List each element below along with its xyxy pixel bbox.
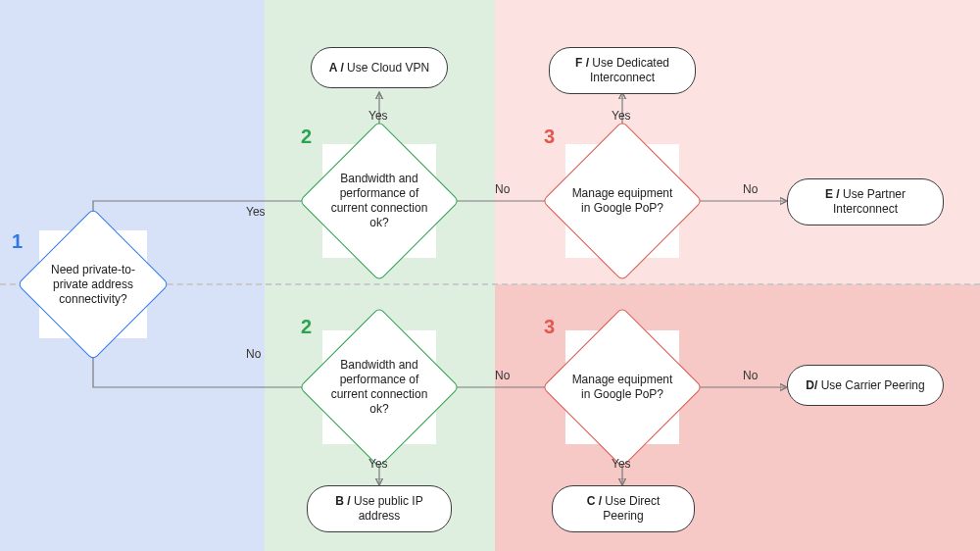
- result-a-cloud-vpn: A / Use Cloud VPN: [311, 47, 448, 88]
- edge-d1-no: No: [246, 347, 261, 361]
- result-a-tag: A /: [329, 61, 347, 75]
- decision-private-connectivity: Need private-to-private address connecti…: [39, 230, 147, 338]
- result-e-tag: E /: [825, 187, 843, 201]
- result-e-partner-interconnect: E / Use Partner Interconnect: [787, 178, 944, 225]
- decision-bandwidth-bottom-label: Bandwidth and performance of current con…: [322, 354, 436, 421]
- edge-d3a-no: No: [743, 182, 758, 196]
- result-f-dedicated-interconnect: F / Use Dedicated Interconnect: [549, 47, 696, 94]
- result-c-direct-peering: C / Use Direct Peering: [552, 485, 695, 532]
- step-badge-2a: 2: [301, 125, 312, 148]
- edge-d1-yes: Yes: [246, 205, 266, 219]
- decision-bandwidth-bottom: Bandwidth and performance of current con…: [322, 330, 436, 444]
- decision-private-connectivity-label: Need private-to-private address connecti…: [39, 259, 147, 311]
- step-badge-1: 1: [12, 230, 23, 253]
- result-d-tag: D/: [806, 378, 820, 392]
- step-badge-2b: 2: [301, 316, 312, 338]
- edge-d3b-no: No: [743, 369, 758, 382]
- edge-d2a-yes: Yes: [368, 109, 388, 123]
- result-b-public-ip: B / Use public IP address: [307, 485, 452, 532]
- result-d-text: Use Carrier Peering: [821, 378, 925, 392]
- decision-google-pop-bottom: Manage equipment in Google PoP?: [565, 330, 679, 444]
- result-c-tag: C /: [587, 494, 606, 508]
- decision-google-pop-bottom-label: Manage equipment in Google PoP?: [565, 369, 679, 406]
- result-b-tag: B /: [335, 494, 354, 508]
- edge-d3a-yes: Yes: [612, 109, 631, 123]
- decision-bandwidth-top-label: Bandwidth and performance of current con…: [322, 168, 436, 234]
- result-a-text: Use Cloud VPN: [347, 61, 429, 75]
- decision-google-pop-top: Manage equipment in Google PoP?: [565, 144, 679, 258]
- edge-d2a-no: No: [495, 182, 510, 196]
- result-d-carrier-peering: D/ Use Carrier Peering: [787, 365, 944, 406]
- edge-d2b-no: No: [495, 369, 510, 382]
- decision-google-pop-top-label: Manage equipment in Google PoP?: [565, 182, 679, 220]
- step-badge-3b: 3: [544, 316, 555, 338]
- edge-d2b-yes: Yes: [368, 457, 388, 471]
- step-badge-3a: 3: [544, 125, 555, 148]
- result-f-tag: F /: [575, 56, 592, 70]
- edge-d3b-yes: Yes: [612, 457, 631, 471]
- result-f-text: Use Dedicated Interconnect: [590, 56, 669, 84]
- result-e-text: Use Partner Interconnect: [833, 187, 906, 216]
- result-b-text: Use public IP address: [354, 494, 423, 523]
- result-c-text: Use Direct Peering: [603, 494, 660, 523]
- decision-bandwidth-top: Bandwidth and performance of current con…: [322, 144, 436, 258]
